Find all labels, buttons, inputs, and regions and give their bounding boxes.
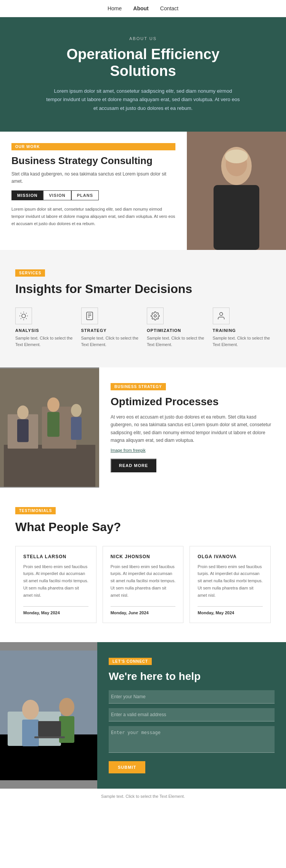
tab-mission[interactable]: MISSION bbox=[11, 190, 43, 200]
training-text: Sample text. Click to select the Text El… bbox=[213, 335, 271, 348]
analysis-text: Sample text. Click to select the Text El… bbox=[15, 335, 74, 348]
biz-strategy-title: Optimized Processes bbox=[111, 396, 275, 408]
analysis-label: ANALYSIS bbox=[15, 328, 74, 333]
svg-point-35 bbox=[59, 698, 74, 716]
footer-note: Sample text. Click to select the Text El… bbox=[0, 789, 286, 804]
svg-point-26 bbox=[47, 398, 59, 412]
biz-strategy-image bbox=[0, 367, 99, 488]
email-input[interactable] bbox=[109, 708, 275, 721]
svg-point-18 bbox=[154, 315, 156, 317]
tab-vision[interactable]: VISION bbox=[43, 190, 71, 200]
svg-line-10 bbox=[21, 313, 21, 313]
service-analysis: ANALYSIS Sample text. Click to select th… bbox=[15, 308, 74, 348]
name-input[interactable] bbox=[109, 690, 275, 704]
svg-point-5 bbox=[22, 314, 26, 318]
svg-rect-14 bbox=[87, 312, 93, 320]
service-optimization: OPTIMIZATION Sample text. Click to selec… bbox=[147, 308, 205, 348]
testimonial-name-2: OLGA IVANOVA bbox=[198, 554, 263, 559]
testimonials-badge: TESTIMONIALS bbox=[15, 507, 56, 514]
svg-rect-34 bbox=[22, 720, 39, 746]
strategy-label: STRATEGY bbox=[81, 328, 140, 333]
svg-line-13 bbox=[26, 313, 26, 313]
read-more-button[interactable]: READ MORE bbox=[111, 459, 156, 472]
lets-connect-badge: LET'S CONNECT bbox=[109, 658, 152, 665]
biz-strategy-badge: BUSINESS STRATEGY bbox=[111, 383, 166, 390]
testimonial-name-1: NICK JHONSON bbox=[111, 554, 176, 559]
contact-form: LET'S CONNECT We're here to help SUBMIT bbox=[97, 642, 286, 789]
our-work-title: Business Strategy Consulting bbox=[11, 155, 175, 167]
svg-point-28 bbox=[71, 404, 82, 417]
hero-section: ABOUT US Operational Efficiency Solution… bbox=[0, 17, 286, 132]
svg-rect-21 bbox=[4, 445, 95, 487]
services-grid: ANALYSIS Sample text. Click to select th… bbox=[15, 308, 271, 348]
biz-strategy-credit: Image from freepik bbox=[111, 448, 275, 453]
tabs-row: MISSION VISION PLANS bbox=[11, 190, 175, 200]
svg-point-4 bbox=[225, 150, 248, 163]
svg-point-19 bbox=[220, 312, 223, 316]
nav-home[interactable]: Home bbox=[108, 5, 122, 11]
training-icon bbox=[213, 308, 230, 324]
biz-strategy-body: At vero eos et accusam et justo duo dolo… bbox=[111, 413, 275, 444]
training-label: TRAINING bbox=[213, 328, 271, 333]
svg-line-12 bbox=[21, 318, 21, 319]
svg-point-24 bbox=[17, 406, 29, 419]
services-badge: SERVICES bbox=[15, 269, 45, 277]
testimonial-card-0: STELLA LARSON Proin sed libero enim sed … bbox=[15, 546, 96, 623]
svg-rect-25 bbox=[17, 419, 29, 442]
testimonial-text-0: Proin sed libero enim sed faucibus turpi… bbox=[23, 563, 88, 599]
biz-strategy-content: BUSINESS STRATEGY Optimized Processes At… bbox=[99, 367, 286, 488]
optimization-text: Sample text. Click to select the Text El… bbox=[147, 335, 205, 348]
contact-section: LET'S CONNECT We're here to help SUBMIT bbox=[0, 642, 286, 789]
testimonial-card-1: NICK JHONSON Proin sed libero enim sed f… bbox=[103, 546, 184, 623]
service-training: TRAINING Sample text. Click to select th… bbox=[213, 308, 271, 348]
our-work-content: OUR WORK Business Strategy Consulting St… bbox=[0, 132, 187, 250]
svg-line-11 bbox=[26, 318, 26, 319]
submit-button[interactable]: SUBMIT bbox=[109, 761, 145, 773]
strategy-text: Sample text. Click to select the Text El… bbox=[81, 335, 140, 348]
testimonial-date-0: Monday, May 2024 bbox=[23, 606, 88, 615]
our-work-section: OUR WORK Business Strategy Consulting St… bbox=[0, 132, 286, 250]
svg-rect-36 bbox=[59, 716, 74, 743]
testimonials-title: What People Say? bbox=[15, 520, 271, 534]
hero-description: Lorem ipsum dolor sit amet, consetetur s… bbox=[46, 87, 240, 112]
svg-rect-2 bbox=[214, 185, 259, 250]
hero-label: ABOUT US bbox=[46, 36, 240, 41]
our-work-image bbox=[187, 132, 286, 250]
optimization-icon bbox=[147, 308, 164, 324]
svg-rect-29 bbox=[71, 417, 82, 440]
testimonial-text-2: Proin sed libero enim sed faucibus turpi… bbox=[198, 563, 263, 599]
analysis-icon bbox=[15, 308, 32, 324]
service-strategy: STRATEGY Sample text. Click to select th… bbox=[81, 308, 140, 348]
testimonial-date-2: Monday, May 2024 bbox=[198, 606, 263, 615]
testimonials-grid: STELLA LARSON Proin sed libero enim sed … bbox=[15, 546, 271, 623]
services-title: Insights for Smarter Decisions bbox=[15, 282, 271, 296]
hero-title: Operational Efficiency Solutions bbox=[46, 46, 240, 79]
nav-contact[interactable]: Contact bbox=[160, 5, 178, 11]
contact-title: We're here to help bbox=[109, 670, 275, 683]
our-work-badge: OUR WORK bbox=[11, 143, 175, 150]
navigation: Home About Contact bbox=[0, 0, 286, 17]
testimonials-section: TESTIMONIALS What People Say? STELLA LAR… bbox=[0, 488, 286, 642]
services-section: SERVICES Insights for Smarter Decisions … bbox=[0, 250, 286, 367]
strategy-icon bbox=[81, 308, 98, 324]
testimonial-name-0: STELLA LARSON bbox=[23, 554, 88, 559]
testimonial-date-1: Monday, June 2024 bbox=[111, 606, 176, 615]
svg-rect-38 bbox=[34, 736, 65, 738]
biz-strategy-section: BUSINESS STRATEGY Optimized Processes At… bbox=[0, 367, 286, 488]
svg-point-33 bbox=[22, 700, 39, 720]
our-work-body: Lorem ipsum dolor sit amet, consetetur s… bbox=[11, 206, 175, 227]
svg-rect-27 bbox=[47, 412, 59, 437]
testimonial-text-1: Proin sed libero enim sed faucibus turpi… bbox=[111, 563, 176, 599]
nav-about[interactable]: About bbox=[133, 5, 148, 11]
optimization-label: OPTIMIZATION bbox=[147, 328, 205, 333]
our-work-description: Stet clita kasd gubergren, no sea takima… bbox=[11, 171, 175, 185]
tab-plans[interactable]: PLANS bbox=[71, 190, 99, 200]
contact-image bbox=[0, 642, 97, 789]
testimonial-card-2: OLGA IVANOVA Proin sed libero enim sed f… bbox=[190, 546, 271, 623]
svg-rect-37 bbox=[38, 721, 61, 736]
message-input[interactable] bbox=[109, 726, 275, 753]
